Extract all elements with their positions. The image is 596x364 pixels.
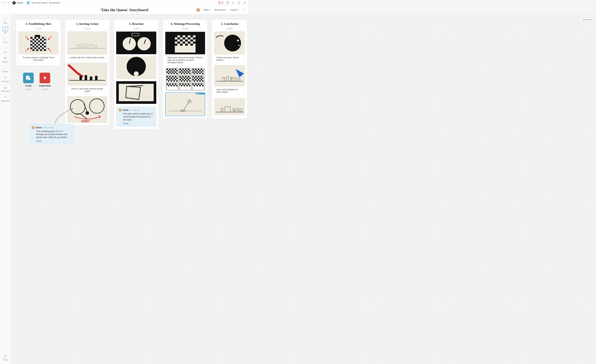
tool-comment[interactable]: Comment <box>1 74 10 83</box>
expand-icon[interactable] <box>242 8 245 11</box>
comment-author: Sonia <box>123 109 129 111</box>
card[interactable]: Close up of eye shows tension <box>214 31 245 63</box>
svg-rect-156 <box>198 69 199 70</box>
secret-link-dropdown[interactable]: Secret link <box>214 8 227 11</box>
chevron-right-icon: › <box>25 1 25 4</box>
help-icon[interactable] <box>226 1 229 4</box>
svg-text:ORBIT: ORBIT <box>81 120 90 123</box>
tool-todo[interactable]: To-do <box>1 36 10 44</box>
svg-rect-171 <box>167 76 168 77</box>
tool-link[interactable]: Link <box>1 26 10 35</box>
card[interactable]: Push in and orbit around moved pawn <box>67 63 107 95</box>
svg-rect-97 <box>190 35 193 37</box>
card[interactable] <box>116 81 156 104</box>
export-dropdown[interactable]: Export <box>230 8 239 11</box>
svg-rect-25 <box>30 37 32 39</box>
sketch-thumbnail <box>214 65 245 87</box>
svg-rect-95 <box>180 35 183 37</box>
column-establishing-shot[interactable]: 1. Establishing Shot 1 card <box>16 20 61 66</box>
app-logo-icon[interactable]: M <box>12 1 16 4</box>
svg-rect-208 <box>201 76 202 77</box>
card[interactable]: Slow push away from board. Pieces play o… <box>165 31 205 66</box>
svg-rect-120 <box>167 69 168 70</box>
svg-rect-223 <box>169 84 171 85</box>
svg-rect-192 <box>181 77 182 79</box>
card[interactable] <box>116 56 156 79</box>
svg-rect-124 <box>168 70 169 71</box>
user-icon[interactable] <box>243 1 246 4</box>
svg-rect-132 <box>168 73 169 74</box>
card[interactable] <box>214 97 245 116</box>
card-caption: Locked off shot. Hand enters frame. <box>67 55 107 61</box>
tool-board[interactable]: Board <box>1 55 10 64</box>
canvas[interactable]: 3Unsorted 1. Establishing Shot 1 card <box>11 14 248 152</box>
svg-rect-129 <box>169 71 171 73</box>
svg-rect-131 <box>175 71 176 73</box>
caret-down-icon <box>210 10 211 10</box>
card[interactable]: Last move happens in slow motion <box>214 65 245 95</box>
reply-link[interactable]: Reply <box>123 122 154 125</box>
mention[interactable]: @Brett <box>56 130 62 132</box>
sketch-thumbnail <box>18 32 58 55</box>
svg-rect-99 <box>183 37 185 40</box>
svg-rect-231 <box>179 84 181 85</box>
column-reaction[interactable]: 3. Reaction 4 cards <box>114 20 159 129</box>
sketch-thumbnail <box>67 63 107 86</box>
tool-upload-file[interactable]: Upload file <box>1 94 10 103</box>
card-selected[interactable]: Sonia <box>165 92 205 116</box>
svg-rect-247 <box>202 85 203 86</box>
phone-icon <box>218 1 221 4</box>
bell-icon[interactable] <box>237 1 240 4</box>
svg-rect-145 <box>179 71 181 73</box>
svg-rect-172 <box>169 76 171 77</box>
avatar[interactable] <box>196 8 200 12</box>
card[interactable]: ORBIT <box>67 96 107 123</box>
presence-pill[interactable]: Sonia <box>195 92 205 95</box>
card[interactable]: "A chess match is starting!" Push into b… <box>18 31 58 63</box>
column-inciting-action[interactable]: 2. Inciting Action 3 cards Locked off sh… <box>65 20 110 125</box>
card-caption: "A chess match is starting!" Push into b… <box>18 55 58 63</box>
column-title: 4. Montage/Processing <box>165 22 205 26</box>
tool-label: Board <box>3 61 8 63</box>
svg-rect-237 <box>186 85 188 86</box>
window-controls[interactable] <box>2 2 10 4</box>
svg-rect-135 <box>176 73 178 74</box>
card[interactable] <box>165 67 205 91</box>
column-conclusion[interactable]: 5. Conclusion 3 cards Close up of eye sh… <box>212 20 247 119</box>
reply-link[interactable]: Reply <box>36 140 72 142</box>
column-montage[interactable]: 4. Montage/Processing 3 cards <box>163 20 208 118</box>
card[interactable] <box>116 31 156 54</box>
tool-column[interactable]: Column <box>1 65 10 74</box>
line-icon <box>3 46 8 51</box>
svg-rect-158 <box>194 70 195 71</box>
svg-rect-100 <box>188 37 191 40</box>
tile-inspiration[interactable]: Inspiration 0 cards <box>39 73 51 90</box>
tool-note[interactable]: Note <box>1 16 10 25</box>
svg-rect-193 <box>184 77 185 79</box>
svg-rect-53 <box>32 49 34 51</box>
tile-script[interactable]: Script 0 cards <box>23 73 34 90</box>
tile-title: Inspiration <box>39 84 51 87</box>
svg-rect-242 <box>198 84 199 85</box>
card[interactable]: Locked off shot. Hand enters frame. <box>67 31 107 61</box>
svg-rect-238 <box>189 85 191 86</box>
breadcrumb-home[interactable]: Home <box>17 1 23 4</box>
svg-rect-143 <box>186 70 188 71</box>
card-comment[interactable]: Sonia 28 mins ago This part could be rea… <box>116 107 156 127</box>
tool-line[interactable]: Line <box>1 45 10 54</box>
svg-rect-206 <box>195 76 197 77</box>
svg-rect-167 <box>197 73 198 74</box>
svg-rect-35 <box>38 40 40 42</box>
svg-rect-207 <box>198 76 199 77</box>
svg-rect-55 <box>40 49 42 51</box>
tool-label: Line <box>4 51 7 53</box>
team-dropdown[interactable]: Team <box>203 8 211 11</box>
svg-rect-51 <box>38 47 40 49</box>
search-icon[interactable] <box>232 1 235 4</box>
breadcrumb-title[interactable]: 'Take the Queen' Storyboard <box>31 1 60 4</box>
notification-badge[interactable]: 65 <box>218 1 224 4</box>
floating-comment[interactable]: Sonia 50 mins ago This is looking great … <box>29 124 74 144</box>
tool-add-image[interactable]: Add image <box>1 84 10 93</box>
svg-rect-166 <box>194 73 195 74</box>
header: 'Take the Queen' Storyboard Team Secret … <box>0 6 248 14</box>
